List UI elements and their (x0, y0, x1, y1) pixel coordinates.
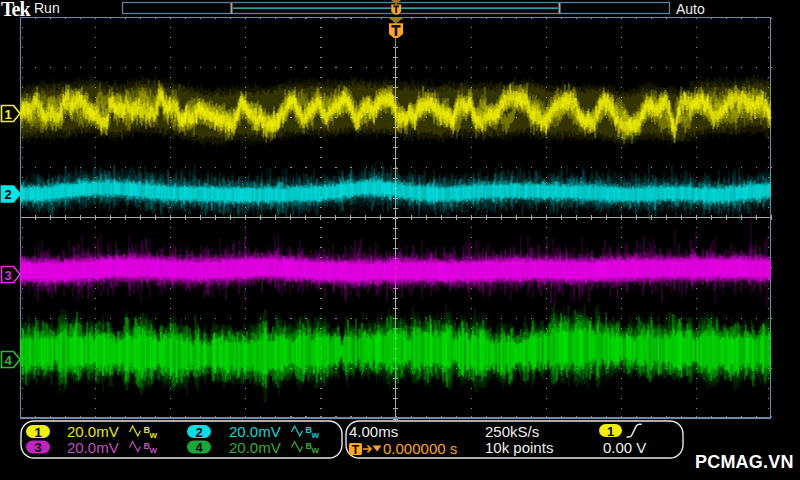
svg-text:0.00 V: 0.00 V (603, 439, 646, 456)
svg-text:W: W (312, 431, 320, 440)
svg-text:20.0mV: 20.0mV (67, 423, 119, 440)
svg-text:4.00ms: 4.00ms (349, 423, 398, 440)
svg-text:W: W (312, 446, 320, 455)
svg-text:1: 1 (34, 425, 41, 440)
svg-text:4: 4 (195, 440, 203, 455)
svg-text:3: 3 (34, 440, 41, 455)
svg-text:W: W (150, 446, 158, 455)
svg-text:20.0mV: 20.0mV (229, 423, 281, 440)
svg-text:20.0mV: 20.0mV (229, 439, 281, 456)
svg-text:W: W (150, 431, 158, 440)
svg-text:0.000000 s: 0.000000 s (383, 440, 457, 457)
svg-text:T: T (352, 443, 360, 457)
svg-text:250kS/s: 250kS/s (485, 423, 539, 440)
svg-text:1: 1 (607, 424, 614, 439)
svg-text:2: 2 (195, 425, 202, 440)
svg-text:10k points: 10k points (485, 439, 553, 456)
svg-text:20.0mV: 20.0mV (67, 439, 119, 456)
